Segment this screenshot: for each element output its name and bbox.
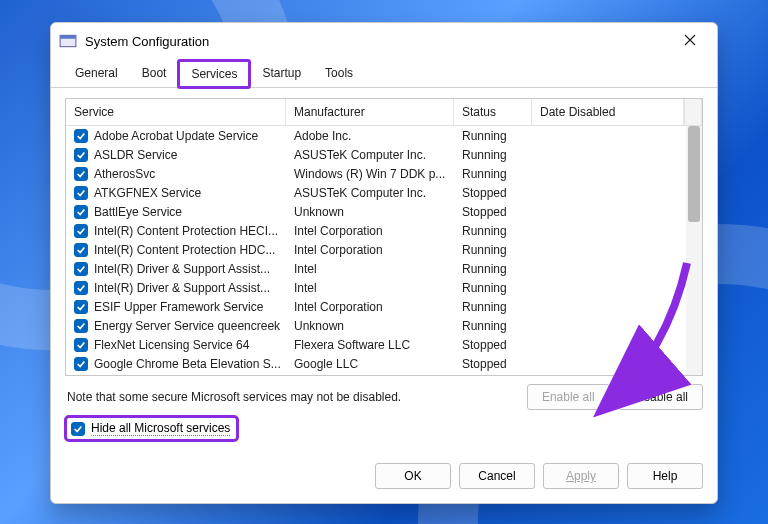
note-row: Note that some secure Microsoft services… — [65, 376, 703, 414]
service-name: Energy Server Service queencreek — [94, 319, 280, 333]
tab-general[interactable]: General — [63, 60, 130, 88]
table-row[interactable]: Intel(R) Content Protection HDC...Intel … — [66, 240, 702, 259]
table-row[interactable]: Intel(R) Driver & Support Assist...Intel… — [66, 259, 702, 278]
service-name: ASLDR Service — [94, 148, 177, 162]
service-checkbox[interactable] — [74, 281, 88, 295]
service-checkbox[interactable] — [74, 148, 88, 162]
service-name: BattlEye Service — [94, 205, 182, 219]
hide-microsoft-label: Hide all Microsoft services — [91, 421, 230, 436]
status-cell: Running — [454, 300, 532, 314]
tab-panel: Service Manufacturer Status Date Disable… — [51, 88, 717, 455]
status-cell: Stopped — [454, 205, 532, 219]
service-name: ESIF Upper Framework Service — [94, 300, 263, 314]
manufacturer-cell: Intel Corporation — [286, 243, 454, 257]
manufacturer-cell: Unknown — [286, 319, 454, 333]
service-checkbox[interactable] — [74, 167, 88, 181]
col-header-service[interactable]: Service — [66, 99, 286, 125]
manufacturer-cell: Intel Corporation — [286, 224, 454, 238]
table-body: Adobe Acrobat Update ServiceAdobe Inc.Ru… — [66, 126, 702, 375]
status-cell: Stopped — [454, 357, 532, 371]
manufacturer-cell: ASUSTeK Computer Inc. — [286, 148, 454, 162]
services-table: Service Manufacturer Status Date Disable… — [65, 98, 703, 376]
table-row[interactable]: Intel(R) Driver & Support Assist...Intel… — [66, 278, 702, 297]
service-checkbox[interactable] — [74, 338, 88, 352]
titlebar: System Configuration — [51, 23, 717, 59]
table-row[interactable]: Energy Server Service queencreekUnknownR… — [66, 316, 702, 335]
status-cell: Running — [454, 319, 532, 333]
cancel-button[interactable]: Cancel — [459, 463, 535, 489]
svg-rect-1 — [60, 35, 76, 38]
service-name: Intel(R) Content Protection HECI... — [94, 224, 278, 238]
service-name: AtherosSvc — [94, 167, 155, 181]
tab-strip: General Boot Services Startup Tools — [51, 59, 717, 88]
manufacturer-cell: Google LLC — [286, 357, 454, 371]
manufacturer-cell: Intel — [286, 281, 454, 295]
service-name: Intel(R) Driver & Support Assist... — [94, 281, 270, 295]
service-name: Adobe Acrobat Update Service — [94, 129, 258, 143]
close-icon — [684, 33, 696, 49]
scroll-thumb[interactable] — [688, 126, 700, 222]
service-checkbox[interactable] — [74, 319, 88, 333]
col-header-manufacturer[interactable]: Manufacturer — [286, 99, 454, 125]
table-row[interactable]: Google Chrome Beta Elevation S...Google … — [66, 354, 702, 373]
table-row[interactable]: Adobe Acrobat Update ServiceAdobe Inc.Ru… — [66, 126, 702, 145]
service-name: Google Chrome Beta Elevation S... — [94, 357, 281, 371]
table-row[interactable]: Intel(R) Content Protection HECI...Intel… — [66, 221, 702, 240]
service-checkbox[interactable] — [74, 205, 88, 219]
table-row[interactable]: AtherosSvcWindows (R) Win 7 DDK p...Runn… — [66, 164, 702, 183]
table-row[interactable]: ESIF Upper Framework ServiceIntel Corpor… — [66, 297, 702, 316]
service-checkbox[interactable] — [74, 129, 88, 143]
table-header: Service Manufacturer Status Date Disable… — [66, 99, 702, 126]
window-title: System Configuration — [85, 34, 209, 49]
tab-services[interactable]: Services — [178, 60, 250, 88]
ok-button[interactable]: OK — [375, 463, 451, 489]
col-header-status[interactable]: Status — [454, 99, 532, 125]
service-checkbox[interactable] — [74, 243, 88, 257]
system-configuration-window: System Configuration General Boot Servic… — [50, 22, 718, 504]
table-row[interactable]: ATKGFNEX ServiceASUSTeK Computer Inc.Sto… — [66, 183, 702, 202]
scrollbar-header-gap — [684, 99, 702, 125]
service-name: ATKGFNEX Service — [94, 186, 201, 200]
note-text: Note that some secure Microsoft services… — [67, 390, 401, 404]
apply-button[interactable]: Apply — [543, 463, 619, 489]
status-cell: Running — [454, 129, 532, 143]
col-header-date-disabled[interactable]: Date Disabled — [532, 99, 684, 125]
manufacturer-cell: Unknown — [286, 205, 454, 219]
vertical-scrollbar[interactable] — [686, 126, 702, 375]
manufacturer-cell: Intel Corporation — [286, 300, 454, 314]
status-cell: Running — [454, 281, 532, 295]
tab-boot[interactable]: Boot — [130, 60, 179, 88]
manufacturer-cell: Flexera Software LLC — [286, 338, 454, 352]
service-name: Intel(R) Driver & Support Assist... — [94, 262, 270, 276]
tab-tools[interactable]: Tools — [313, 60, 365, 88]
close-button[interactable] — [671, 27, 709, 55]
table-row[interactable]: ASLDR ServiceASUSTeK Computer Inc.Runnin… — [66, 145, 702, 164]
table-row[interactable]: BattlEye ServiceUnknownStopped — [66, 202, 702, 221]
msconfig-icon — [59, 32, 77, 50]
manufacturer-cell: Windows (R) Win 7 DDK p... — [286, 167, 454, 181]
service-name: FlexNet Licensing Service 64 — [94, 338, 249, 352]
status-cell: Running — [454, 262, 532, 276]
tab-startup[interactable]: Startup — [250, 60, 313, 88]
service-checkbox[interactable] — [74, 224, 88, 238]
table-row[interactable]: FlexNet Licensing Service 64Flexera Soft… — [66, 335, 702, 354]
enable-all-button[interactable]: Enable all — [527, 384, 610, 410]
hide-microsoft-row: Hide all Microsoft services — [65, 414, 703, 447]
manufacturer-cell: Intel — [286, 262, 454, 276]
status-cell: Stopped — [454, 338, 532, 352]
service-checkbox[interactable] — [74, 262, 88, 276]
service-checkbox[interactable] — [74, 357, 88, 371]
dialog-buttons: OK Cancel Apply Help — [51, 455, 717, 503]
service-name: Intel(R) Content Protection HDC... — [94, 243, 275, 257]
hide-microsoft-checkbox[interactable] — [71, 422, 85, 436]
manufacturer-cell: ASUSTeK Computer Inc. — [286, 186, 454, 200]
status-cell: Running — [454, 148, 532, 162]
disable-all-button[interactable]: Disable all — [618, 384, 703, 410]
service-checkbox[interactable] — [74, 300, 88, 314]
status-cell: Stopped — [454, 186, 532, 200]
service-checkbox[interactable] — [74, 186, 88, 200]
manufacturer-cell: Adobe Inc. — [286, 129, 454, 143]
status-cell: Running — [454, 167, 532, 181]
status-cell: Running — [454, 224, 532, 238]
help-button[interactable]: Help — [627, 463, 703, 489]
